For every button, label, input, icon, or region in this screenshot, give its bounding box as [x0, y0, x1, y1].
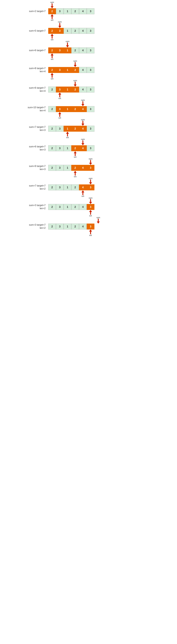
cell-5-2: 1 — [64, 106, 71, 112]
step-label-2: sum=6 target=7 — [22, 49, 46, 52]
bot-slot-11-5: left — [87, 230, 94, 236]
cell-8-3: 2 — [71, 165, 79, 171]
top-row-6: right — [48, 120, 94, 126]
cells-row-10: 231243 — [48, 204, 94, 210]
top-slot-7-4: right — [79, 138, 87, 145]
step-block-11: sum=3 target=7len=2right231243left — [22, 218, 155, 235]
cell-7-2: 1 — [64, 145, 71, 151]
left-label-4: left — [58, 97, 61, 100]
step-block-5: sum=10 target=7len=4right231243left — [22, 101, 155, 118]
cell-4-1: 3 — [56, 86, 64, 92]
bot-slot-4-1: left — [56, 92, 64, 100]
right-label-0: right — [50, 1, 54, 4]
cell-9-1: 3 — [56, 184, 64, 190]
cell-3-5: 3 — [87, 67, 94, 73]
right-label-4: right — [73, 80, 77, 82]
bot-slot-7-3: left — [71, 151, 79, 158]
cells-row-5: 231243 — [48, 106, 94, 112]
step-label-11: sum=3 target=7len=2 — [22, 224, 46, 230]
cell-9-2: 1 — [64, 184, 71, 190]
left-arrow-3: left — [51, 73, 54, 80]
right-arrow-4: right — [73, 80, 77, 86]
cell-0-1: 3 — [56, 8, 64, 14]
cells-row-11: 231243 — [48, 224, 94, 230]
step-block-0: sum=2 target=7right231243left — [22, 3, 155, 20]
right-arrow-3: right — [73, 60, 77, 67]
top-row-4: right — [48, 81, 94, 86]
cell-6-0: 2 — [48, 126, 56, 132]
cell-2-2: 1 — [64, 48, 71, 53]
step-block-6: sum=7 target=7len=3right231243left — [22, 120, 155, 137]
bot-slot-3-0: left — [48, 73, 56, 80]
cells-row-9: 231243 — [48, 184, 94, 190]
top-slot-1-1: right — [56, 21, 64, 28]
cell-6-3: 2 — [71, 126, 79, 132]
cell-8-4: 4 — [79, 165, 87, 171]
cell-3-1: 3 — [56, 67, 64, 73]
cell-6-2: 1 — [64, 126, 71, 132]
cell-10-2: 1 — [64, 204, 71, 210]
array-area-3: right231243left — [48, 62, 94, 78]
cell-8-1: 3 — [56, 165, 64, 171]
left-label-2: left — [51, 58, 53, 60]
top-row-5: right — [48, 101, 94, 106]
cell-5-1: 3 — [56, 106, 64, 112]
cell-8-2: 1 — [64, 165, 71, 171]
top-row-9: right — [48, 179, 94, 184]
left-label-10: left — [89, 215, 92, 217]
cell-2-0: 2 — [48, 48, 56, 53]
right-label-1: right — [58, 21, 62, 23]
cell-0-4: 4 — [79, 8, 87, 14]
cell-0-0: 2 — [48, 8, 56, 14]
cell-2-3: 2 — [71, 48, 79, 53]
cell-11-4: 4 — [79, 224, 87, 230]
step-label-1: sum=5 target=7 — [22, 29, 46, 32]
array-area-7: right231243left — [48, 140, 94, 156]
cell-2-4: 4 — [79, 48, 87, 53]
cell-4-2: 1 — [64, 86, 71, 92]
left-arrow-10: left — [89, 210, 92, 217]
right-label-3: right — [73, 60, 77, 62]
left-label-8: left — [74, 176, 76, 178]
step-block-9: sum=7 target=7len=2right231243left — [22, 179, 155, 196]
bot-row-9: left — [48, 190, 94, 196]
cell-9-0: 2 — [48, 184, 56, 190]
cell-4-5: 3 — [87, 86, 94, 92]
array-area-1: right231243left — [48, 22, 94, 39]
cell-10-0: 2 — [48, 204, 56, 210]
cell-7-0: 2 — [48, 145, 56, 151]
bot-slot-8-3: left — [71, 171, 79, 178]
step-block-4: sum=6 target=7len=4right231243left — [22, 81, 155, 98]
bot-slot-9-4: left — [79, 190, 87, 198]
cell-0-5: 3 — [87, 8, 94, 14]
right-arrow-2: right — [66, 40, 69, 48]
cell-3-0: 2 — [48, 67, 56, 73]
top-slot-0-0: right — [48, 1, 56, 8]
cell-4-0: 2 — [48, 86, 56, 92]
right-arrow-7: right — [81, 138, 85, 145]
cell-1-4: 4 — [79, 28, 87, 34]
left-arrow-6: left — [66, 132, 69, 139]
step-block-8: sum=9 target=7len=3right231243left — [22, 160, 155, 176]
array-area-0: right231243left — [48, 3, 94, 20]
array-area-6: right231243left — [48, 120, 94, 137]
left-label-6: left — [66, 136, 69, 139]
array-area-10: right231243left — [48, 199, 94, 215]
top-row-3: right — [48, 62, 94, 67]
right-arrow-6: right — [81, 118, 85, 126]
bot-row-0: left — [48, 14, 94, 20]
main-container: sum=2 target=7right231243leftsum=5 targe… — [0, 0, 177, 241]
cell-0-3: 2 — [71, 8, 79, 14]
cell-9-3: 2 — [71, 184, 79, 190]
bot-row-11: left — [48, 230, 94, 235]
top-slot-4-3: right — [71, 80, 79, 86]
bot-slot-10-5: left — [87, 210, 94, 217]
top-row-11: right — [48, 218, 102, 224]
bot-slot-1-0: left — [48, 34, 56, 41]
cell-11-1: 3 — [56, 224, 64, 230]
left-label-3: left — [51, 78, 53, 80]
cell-3-3: 2 — [71, 67, 79, 73]
cell-10-5: 3 — [87, 204, 94, 210]
right-arrow-8: right — [89, 158, 92, 165]
cell-7-5: 3 — [87, 145, 94, 151]
